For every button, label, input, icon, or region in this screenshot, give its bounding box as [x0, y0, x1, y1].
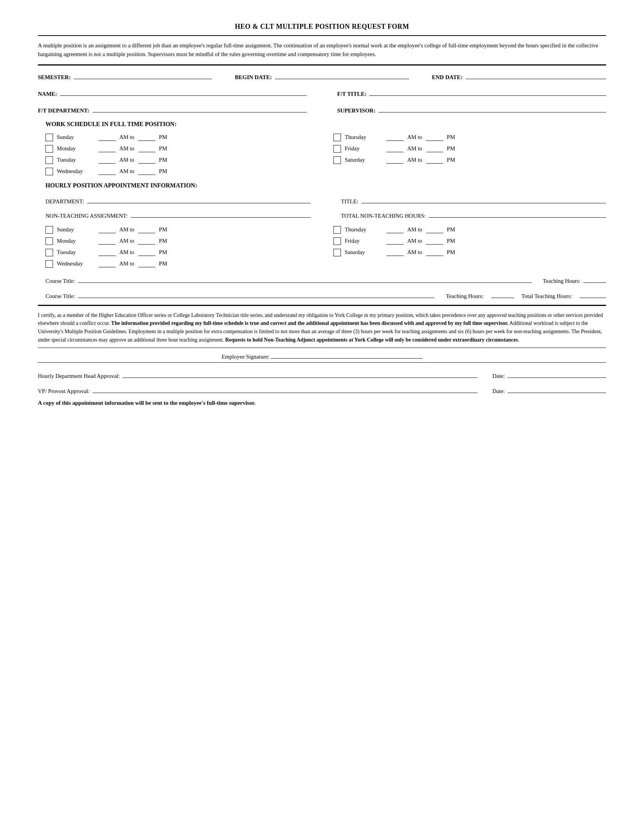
course-title-1-input[interactable] — [78, 275, 531, 283]
hourly-dept-head-input[interactable] — [123, 370, 477, 378]
ft-dept-input[interactable] — [92, 104, 307, 113]
h-wednesday-checkbox[interactable] — [45, 260, 53, 268]
h-wednesday-pm-input[interactable] — [138, 260, 155, 267]
course-title-1-label: Course Title: — [45, 278, 75, 285]
saturday-checkbox[interactable] — [333, 156, 341, 164]
non-teaching-row: NON-TEACHING ASSIGNMENT: TOTAL NON-TEACH… — [38, 209, 606, 219]
end-date-label: END DATE: — [432, 74, 462, 80]
wednesday-am-text: AM to — [119, 168, 134, 175]
h-thursday-checkbox[interactable] — [333, 226, 341, 234]
cert-divider-top — [38, 305, 606, 306]
h-friday-am-input[interactable] — [386, 237, 403, 244]
end-date-input[interactable] — [465, 71, 606, 79]
hourly-date-input[interactable] — [508, 370, 606, 378]
supervisor-label: SUPERVISOR: — [337, 108, 375, 114]
wednesday-checkbox[interactable] — [45, 168, 53, 175]
non-teaching-input[interactable] — [131, 209, 311, 218]
tuesday-am-input[interactable] — [98, 156, 116, 164]
course-title-2-label: Course Title: — [45, 293, 75, 299]
supervisor-input[interactable] — [378, 104, 606, 113]
sunday-label: Sunday — [57, 134, 95, 140]
course-title-1-field: Course Title: — [45, 275, 531, 285]
h-thursday-pm-input[interactable] — [426, 226, 443, 233]
teaching-hours-2-input[interactable] — [491, 289, 514, 298]
saturday-am-input[interactable] — [386, 156, 403, 164]
ft-title-input[interactable] — [369, 87, 606, 96]
vp-provost-input[interactable] — [93, 385, 477, 393]
h-wednesday-am-input[interactable] — [98, 260, 116, 267]
monday-pm-input[interactable] — [138, 145, 155, 152]
h-schedule-sunday: Sunday AM to PM — [45, 226, 318, 234]
begin-date-input[interactable] — [275, 71, 409, 79]
teaching-hours-1-label: Teaching Hours: — [543, 278, 580, 285]
name-field: NAME: — [38, 87, 307, 97]
tuesday-pm-input[interactable] — [138, 156, 155, 164]
h-monday-am-text: AM to — [119, 238, 134, 244]
thursday-pm-input[interactable] — [426, 133, 443, 141]
h-monday-am-input[interactable] — [98, 237, 116, 244]
h-thursday-label: Thursday — [345, 227, 383, 233]
employee-sig-row: Employee Signature: — [38, 347, 606, 363]
hourly-date-label: Date: — [493, 373, 505, 380]
sunday-pm-text: PM — [159, 134, 167, 140]
h-sunday-checkbox[interactable] — [45, 226, 53, 234]
sunday-am-text: AM to — [119, 134, 134, 140]
teaching-hours-2-label: Teaching Hours: — [446, 293, 483, 299]
h-saturday-checkbox[interactable] — [333, 249, 341, 256]
h-thursday-pm-text: PM — [447, 227, 456, 233]
h-schedule-wednesday: Wednesday AM to PM — [45, 260, 318, 268]
wednesday-am-input[interactable] — [98, 168, 116, 175]
course-row-2: Course Title: Teaching Hours: Total Teac… — [38, 289, 606, 299]
saturday-pm-input[interactable] — [426, 156, 443, 164]
h-tuesday-checkbox[interactable] — [45, 249, 53, 256]
h-friday-checkbox[interactable] — [333, 237, 341, 245]
tuesday-checkbox[interactable] — [45, 156, 53, 164]
wednesday-pm-input[interactable] — [138, 168, 155, 175]
h-saturday-am-input[interactable] — [386, 249, 403, 256]
thursday-checkbox[interactable] — [333, 133, 341, 141]
h-schedule-tuesday: Tuesday AM to PM — [45, 249, 318, 256]
monday-checkbox[interactable] — [45, 145, 53, 153]
h-monday-pm-input[interactable] — [138, 237, 155, 244]
hourly-dept-row: DEPARTMENT: TITLE: — [38, 195, 606, 205]
teaching-hours-1-field: Teaching Hours: — [543, 275, 606, 285]
h-tuesday-am-input[interactable] — [98, 249, 116, 256]
total-non-teaching-label: TOTAL NON-TEACHING HOURS: — [341, 213, 426, 219]
h-saturday-label: Saturday — [345, 249, 383, 256]
h-friday-pm-input[interactable] — [426, 237, 443, 244]
vp-date-label: Date: — [493, 388, 505, 394]
h-sunday-am-input[interactable] — [98, 226, 116, 233]
hourly-title-input[interactable] — [361, 195, 606, 203]
friday-am-input[interactable] — [386, 145, 403, 152]
sunday-am-input[interactable] — [98, 133, 116, 141]
h-monday-checkbox[interactable] — [45, 237, 53, 245]
h-saturday-pm-input[interactable] — [426, 249, 443, 256]
teaching-hours-1-input[interactable] — [583, 275, 606, 283]
monday-am-input[interactable] — [98, 145, 116, 152]
h-tuesday-pm-input[interactable] — [138, 249, 155, 256]
h-thursday-am-input[interactable] — [386, 226, 403, 233]
sunday-checkbox[interactable] — [45, 133, 53, 141]
friday-pm-input[interactable] — [426, 145, 443, 152]
thursday-am-input[interactable] — [386, 133, 403, 141]
course-title-2-input[interactable] — [78, 289, 435, 298]
h-saturday-pm-text: PM — [447, 249, 456, 256]
semester-input[interactable] — [74, 71, 212, 79]
total-teaching-hours-input[interactable] — [580, 289, 606, 298]
friday-checkbox[interactable] — [333, 145, 341, 153]
hourly-dept-input[interactable] — [87, 195, 311, 203]
total-non-teaching-input[interactable] — [429, 209, 606, 218]
h-schedule-saturday: Saturday AM to PM — [333, 249, 606, 256]
employee-sig-input[interactable] — [271, 350, 422, 359]
vp-date-input[interactable] — [508, 385, 606, 393]
sunday-pm-input[interactable] — [138, 133, 155, 141]
schedule-monday: Monday AM to PM — [45, 145, 318, 153]
approval-section: Hourly Department Head Approval: Date: V… — [38, 370, 606, 394]
semester-field: SEMESTER: — [38, 71, 212, 80]
teaching-hours-2-field: Teaching Hours: Total Teaching Hours: — [446, 289, 606, 299]
h-friday-am-text: AM to — [407, 238, 422, 244]
hourly-date-field: Date: — [493, 370, 606, 380]
h-sunday-pm-input[interactable] — [138, 226, 155, 233]
name-input[interactable] — [60, 87, 307, 96]
schedule-sunday: Sunday AM to PM — [45, 133, 318, 141]
